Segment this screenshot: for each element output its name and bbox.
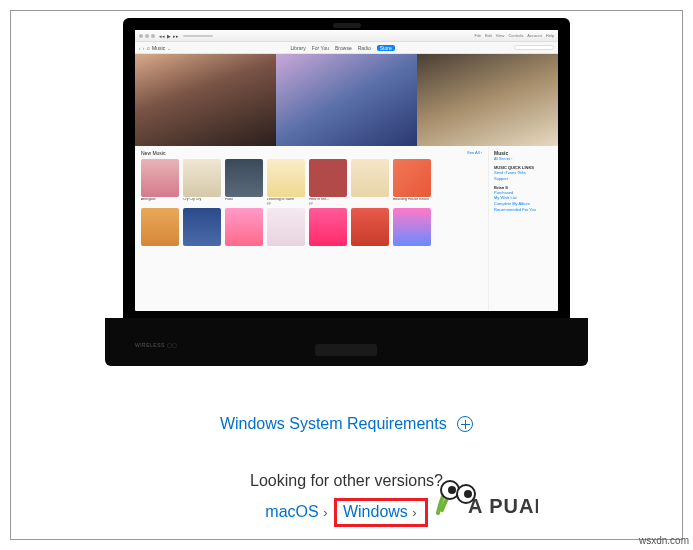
see-all-link[interactable]: See All ›: [467, 150, 482, 156]
tab-browse[interactable]: Browse: [335, 45, 352, 51]
watermark: wsxdn.com: [639, 535, 689, 546]
album[interactable]: Learning to SwimEP: [267, 159, 305, 206]
play-icon[interactable]: ▶: [167, 33, 171, 39]
nav-back-forward[interactable]: ‹ › ♫ Music ⌄: [139, 45, 171, 51]
hero-1[interactable]: [135, 54, 276, 146]
search-input[interactable]: [514, 45, 554, 50]
traffic-lights: [139, 34, 155, 38]
itunes-toolbar: ‹ › ♫ Music ⌄ Library For You Browse Rad…: [135, 42, 558, 54]
album[interactable]: Boarding House Reach: [393, 159, 431, 206]
next-icon[interactable]: ▸▸: [173, 33, 179, 39]
looking-for-text: Looking for other versions?: [0, 472, 693, 490]
hero-banners[interactable]: [135, 54, 558, 146]
chevron-down-icon[interactable]: ⌄: [167, 45, 171, 51]
laptop-lid: ◂◂ ▶ ▸▸ File Edit View Controls Account …: [123, 18, 570, 323]
album[interactable]: [183, 208, 221, 246]
windows-link-highlight: Windows ›: [334, 498, 428, 527]
chevron-right-icon[interactable]: ›: [143, 45, 145, 51]
hero-3[interactable]: [417, 54, 558, 146]
windows-link[interactable]: Windows: [343, 502, 408, 522]
prev-icon[interactable]: ◂◂: [159, 33, 165, 39]
album[interactable]: [225, 208, 263, 246]
sidebar-heading: Music: [494, 150, 553, 156]
tab-store[interactable]: Store: [377, 45, 395, 51]
library-dropdown[interactable]: Music: [152, 45, 165, 51]
chevron-left-icon[interactable]: ‹: [139, 45, 141, 51]
music-grid: New Music See All › Afterglow Cry Cry Cr…: [135, 146, 488, 311]
album[interactable]: [351, 159, 389, 206]
other-versions-links: macOS › Windows ›: [0, 498, 693, 527]
tab-radio[interactable]: Radio: [358, 45, 371, 51]
album[interactable]: [393, 208, 431, 246]
laptop-screen: ◂◂ ▶ ▸▸ File Edit View Controls Account …: [135, 30, 558, 311]
album[interactable]: Cry Cry Cry: [183, 159, 221, 206]
system-requirements: Windows System Requirements: [0, 415, 693, 433]
album[interactable]: Hear in the...EP: [309, 159, 347, 206]
section-title: New Music: [141, 150, 165, 156]
plus-circle-icon[interactable]: [457, 416, 473, 432]
store-sidebar: Music All Genres › MUSIC QUICK LINKS Sen…: [488, 146, 558, 311]
chevron-right-icon: ›: [412, 505, 416, 520]
account-title: Brian S: [494, 185, 553, 190]
window-menu: File Edit View Controls Account Help: [474, 33, 554, 38]
album[interactable]: [267, 208, 305, 246]
webcam: [333, 23, 361, 28]
chevron-right-icon: ›: [323, 505, 327, 520]
album-row-2: [141, 208, 482, 246]
svg-point-1: [448, 486, 456, 494]
album[interactable]: [309, 208, 347, 246]
content-area: New Music See All › Afterglow Cry Cry Cr…: [135, 146, 558, 311]
appuals-mascot-logo: A PUALS: [428, 468, 538, 523]
macos-link[interactable]: macOS: [265, 503, 318, 520]
volume-slider[interactable]: [183, 35, 213, 37]
system-requirements-text: Windows System Requirements: [220, 415, 447, 432]
hero-2[interactable]: [276, 54, 417, 146]
album[interactable]: [141, 208, 179, 246]
genre-link[interactable]: All Genres ›: [494, 157, 553, 161]
laptop-label: WIRELESS ▢▢: [135, 342, 178, 348]
laptop-mockup: ◂◂ ▶ ▸▸ File Edit View Controls Account …: [105, 18, 588, 366]
window-titlebar: ◂◂ ▶ ▸▸ File Edit View Controls Account …: [135, 30, 558, 42]
system-requirements-link[interactable]: Windows System Requirements: [220, 415, 473, 432]
album-row-1: Afterglow Cry Cry Cry Float Learning to …: [141, 159, 482, 206]
acct-link[interactable]: Recommended For You: [494, 208, 553, 213]
music-note-icon: ♫: [146, 45, 150, 51]
tab-for-you[interactable]: For You: [312, 45, 329, 51]
brand-text: A PUALS: [468, 495, 538, 517]
playback-controls[interactable]: ◂◂ ▶ ▸▸: [159, 33, 179, 39]
album[interactable]: [351, 208, 389, 246]
album[interactable]: Afterglow: [141, 159, 179, 206]
album[interactable]: Float: [225, 159, 263, 206]
quick-link[interactable]: Support: [494, 177, 553, 182]
tab-library[interactable]: Library: [290, 45, 305, 51]
main-tabs: Library For You Browse Radio Store: [175, 45, 510, 51]
